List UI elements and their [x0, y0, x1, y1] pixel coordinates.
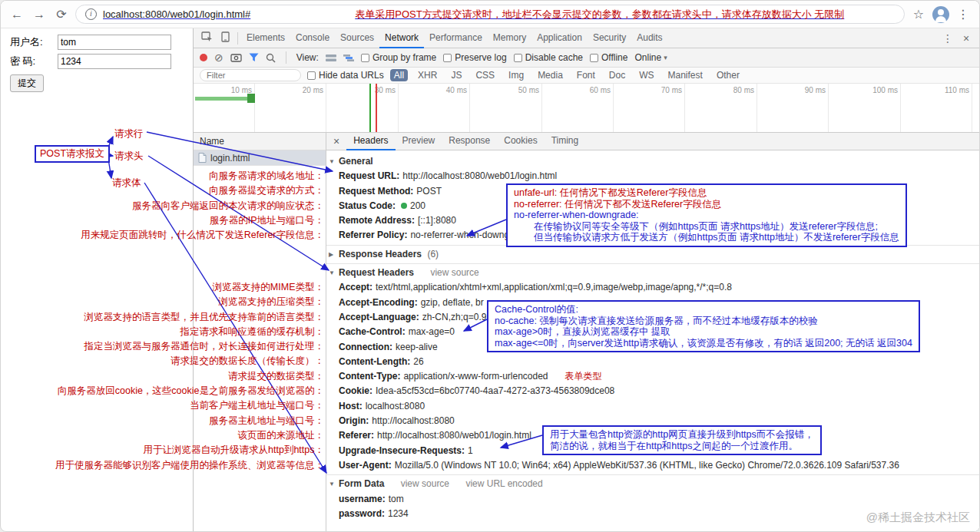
tab-headers[interactable]: Headers [346, 133, 395, 150]
filter-input[interactable] [200, 69, 301, 81]
tab-application[interactable]: Application [531, 28, 588, 48]
offline-checkbox[interactable]: Offline [590, 52, 627, 63]
tab-network[interactable]: Network [379, 28, 424, 48]
tab-audits[interactable]: Audits [631, 28, 667, 48]
header-name: Upgrade-Insecure-Requests: [339, 445, 465, 456]
screenshot-root: ← → ⟳ i localhost:8080/web01/login.html#… [0, 0, 980, 532]
triangle-down-icon: ▼ [329, 154, 335, 169]
timeline-request-block [247, 94, 255, 103]
divider [326, 263, 979, 264]
devtools-tabbar: Elements Console Sources Network Perform… [194, 28, 979, 48]
filter-type-ws[interactable]: WS [635, 69, 657, 81]
filter-type-manifest[interactable]: Manifest [664, 69, 707, 81]
request-name: login.html [210, 153, 250, 164]
header-row: Referer:http://localhost:8080/web01/logi… [326, 428, 979, 443]
tab-cookies[interactable]: Cookies [497, 133, 544, 150]
filter-type-css[interactable]: CSS [472, 69, 498, 81]
post-message-label: POST请求报文 [35, 145, 110, 163]
filter-type-doc[interactable]: Doc [605, 69, 629, 81]
tab-timing[interactable]: Timing [545, 133, 586, 150]
throttling-value: Online [634, 52, 661, 63]
tab-security[interactable]: Security [588, 28, 631, 48]
header-row: Cookie:Idea-a5cf53cd=6bc07740-4aa7-4272-… [326, 384, 979, 398]
request-head-label: 请求头 [114, 150, 144, 163]
response-headers-section-header[interactable]: ▶ Response Headers (6) [326, 247, 979, 262]
general-section-header[interactable]: ▼ General [326, 154, 979, 169]
record-icon[interactable] [200, 54, 207, 61]
network-body: Name login.html × Headers Preview Respon… [194, 133, 979, 531]
bookmark-star-icon[interactable]: ☆ [910, 7, 927, 21]
header-name: Request URL: [339, 170, 399, 181]
tab-elements[interactable]: Elements [241, 28, 290, 48]
filter-type-other[interactable]: Other [713, 69, 743, 81]
throttling-select[interactable]: Online ▾ [634, 52, 667, 63]
filter-type-media[interactable]: Media [534, 69, 567, 81]
form-data-section-header[interactable]: ▼ Form Data view source view URL encoded [326, 477, 979, 491]
view-url-encoded-link[interactable]: view URL encoded [465, 478, 542, 489]
tab-console[interactable]: Console [290, 28, 335, 48]
disable-cache-checkbox[interactable]: Disable cache [514, 52, 583, 63]
password-input[interactable] [58, 54, 171, 69]
timeline-overview[interactable]: 10 ms 20 ms 30 ms 40 ms 50 ms 60 ms 70 m… [194, 84, 979, 133]
browser-menu-icon[interactable]: ⋮ [955, 7, 972, 21]
filter-type-img[interactable]: Img [505, 69, 528, 81]
show-overview-icon[interactable] [343, 54, 354, 62]
close-detail-icon[interactable]: × [326, 135, 346, 147]
header-value: no-referrer-when-downgrade [410, 230, 528, 240]
reload-icon[interactable]: ⟳ [53, 7, 70, 21]
view-source-link[interactable]: view source [401, 478, 449, 489]
triangle-right-icon: ▶ [329, 247, 333, 262]
divider [326, 245, 979, 246]
screenshot-capture-icon[interactable] [230, 53, 242, 62]
inspect-element-icon[interactable] [197, 31, 216, 45]
url-text[interactable]: localhost:8080/web01/login.html# [103, 8, 250, 20]
preserve-log-checkbox[interactable]: Preserve log [443, 52, 506, 63]
filter-type-font[interactable]: Font [573, 69, 599, 81]
page-info-icon[interactable]: i [85, 8, 97, 20]
triangle-down-icon: ▼ [329, 477, 335, 491]
device-toolbar-icon[interactable] [216, 31, 234, 45]
load-event-line [376, 84, 377, 132]
section-title: Request Headers [339, 267, 414, 278]
disable-cache-label: Disable cache [525, 52, 583, 63]
filter-type-all[interactable]: All [390, 69, 408, 81]
back-icon[interactable]: ← [8, 8, 25, 21]
tab-sources[interactable]: Sources [335, 28, 379, 48]
network-toolbar: ⊘ View: Group by frame [194, 48, 979, 68]
tab-preview[interactable]: Preview [396, 133, 442, 150]
view-source-link[interactable]: view source [430, 267, 478, 278]
header-name: Content-Length: [339, 356, 410, 367]
submit-button[interactable]: 提交 [10, 74, 44, 92]
filter-type-js[interactable]: JS [447, 69, 465, 81]
search-icon[interactable] [266, 53, 276, 63]
header-row: User-Agent:Mozilla/5.0 (Windows NT 10.0;… [326, 458, 979, 473]
devtools-close-icon[interactable]: × [957, 32, 975, 45]
header-name: Request Method: [339, 186, 413, 197]
group-by-frame-checkbox[interactable]: Group by frame [361, 52, 436, 63]
tab-response[interactable]: Response [442, 133, 497, 150]
address-bar[interactable]: i localhost:8080/web01/login.html# 表单采用P… [75, 5, 905, 24]
filter-type-xhr[interactable]: XHR [414, 69, 441, 81]
header-count: (6) [427, 249, 439, 259]
domcontentloaded-event-line [369, 84, 371, 132]
network-filterbar: Hide data URLs All XHR JS CSS Img Media … [194, 68, 979, 84]
header-name: Cache-Control: [339, 326, 406, 337]
tab-memory[interactable]: Memory [488, 28, 531, 48]
header-row: Accept-Language:zh-CN,zh;q=0.9 [326, 310, 979, 325]
forward-icon[interactable]: → [31, 8, 48, 21]
hide-data-urls-checkbox[interactable]: Hide data URLs [307, 70, 384, 81]
avatar-head-shape [938, 9, 944, 15]
header-value: text/html,application/xhtml+xml,applicat… [376, 282, 732, 292]
username-input[interactable] [58, 35, 171, 50]
filter-icon[interactable] [249, 53, 259, 62]
profile-avatar[interactable] [932, 6, 949, 23]
request-headers-section-header[interactable]: ▼ Request Headers view source [326, 266, 979, 280]
use-large-rows-icon[interactable] [326, 54, 336, 62]
divider [326, 474, 979, 475]
request-row-login[interactable]: login.html [194, 150, 326, 166]
tab-performance[interactable]: Performance [424, 28, 488, 48]
name-column-header[interactable]: Name [194, 133, 326, 150]
timeline-tick-label: 80 ms [715, 86, 754, 94]
devtools-menu-icon[interactable]: ⋮ [939, 32, 957, 45]
clear-icon[interactable]: ⊘ [214, 52, 223, 63]
